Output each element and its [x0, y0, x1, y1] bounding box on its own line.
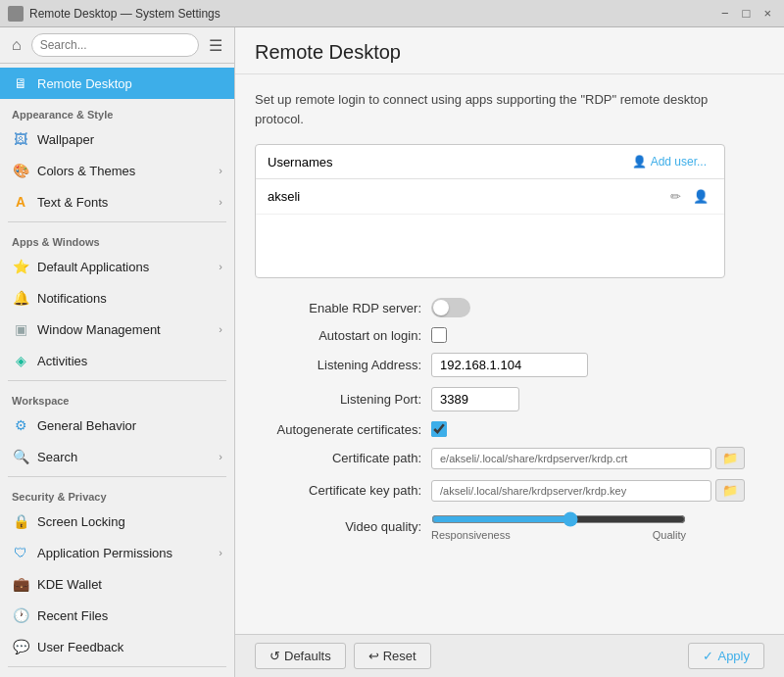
recent-files-icon: 🕐	[12, 606, 29, 624]
add-user-label: Add user...	[651, 155, 707, 169]
sidebar-item-label: Search	[37, 450, 211, 464]
activities-icon: ◈	[12, 352, 29, 369]
usernames-header: Usernames 👤 Add user...	[256, 145, 724, 179]
minimize-button[interactable]: −	[716, 5, 734, 22]
autogenerate-cert-row: Autogenerate certificates:	[255, 421, 745, 437]
toggle-knob	[433, 300, 449, 315]
sidebar-item-screen-locking[interactable]: 🔒 Screen Locking	[0, 506, 234, 537]
table-row: akseli ✏ 👤	[256, 179, 724, 215]
video-quality-slider-wrapper: Responsiveness Quality	[431, 511, 745, 541]
listening-port-input[interactable]	[431, 387, 519, 411]
sidebar-item-activities[interactable]: ◈ Activities	[0, 345, 234, 376]
sidebar-item-window-management[interactable]: ▣ Window Management ›	[0, 314, 234, 345]
add-user-icon: 👤	[632, 155, 647, 169]
sidebar-item-wallpaper[interactable]: 🖼 Wallpaper	[0, 123, 234, 155]
enable-rdp-toggle-wrapper	[431, 298, 745, 317]
video-quality-slider[interactable]	[431, 511, 686, 527]
cert-key-path-browse-button[interactable]: 📁	[715, 479, 745, 502]
autogenerate-cert-checkbox[interactable]	[431, 421, 447, 437]
cert-path-row: Certificate path: 📁	[255, 447, 745, 469]
section-header-apps-windows: Apps & Windows	[0, 226, 234, 251]
slider-labels: Responsiveness Quality	[431, 529, 686, 541]
page-title: Remote Desktop	[255, 41, 401, 63]
title-bar-app-icon	[8, 6, 24, 22]
screen-locking-icon: 🔒	[12, 512, 29, 530]
autostart-checkbox-wrapper	[431, 327, 745, 343]
defaults-button[interactable]: ↺ Defaults	[255, 643, 346, 669]
search-input[interactable]	[31, 33, 199, 57]
edit-user-button[interactable]: ✏	[666, 187, 685, 206]
slider-min-label: Responsiveness	[431, 529, 511, 541]
apply-label: Apply	[717, 649, 750, 663]
sidebar-item-label: Screen Locking	[37, 514, 222, 529]
search-icon: 🔍	[12, 448, 29, 465]
window-management-icon: ▣	[12, 320, 29, 338]
title-bar-title: Remote Desktop — System Settings	[29, 7, 220, 21]
sidebar-item-label: Remote Desktop	[37, 76, 222, 91]
close-button[interactable]: ×	[759, 5, 776, 22]
sidebar-item-label: Colors & Themes	[37, 164, 211, 178]
username-text: akseli	[268, 189, 659, 204]
enable-rdp-toggle[interactable]	[431, 298, 470, 317]
cert-path-input[interactable]	[431, 448, 711, 469]
cert-path-browse-button[interactable]: 📁	[715, 447, 745, 469]
content-body: Set up remote login to connect using app…	[235, 74, 784, 634]
main-layout: ⌂ ☰ 🖥 Remote Desktop Appearance & Style …	[0, 27, 784, 677]
colors-themes-icon: 🎨	[12, 162, 29, 179]
listening-port-label: Listening Port:	[255, 392, 421, 407]
sidebar-divider	[8, 476, 226, 477]
sidebar-item-search[interactable]: 🔍 Search ›	[0, 441, 234, 472]
sidebar-item-label: Window Management	[37, 322, 211, 337]
usernames-list: akseli ✏ 👤	[256, 179, 724, 277]
sidebar-item-label: Activities	[37, 354, 222, 368]
restore-button[interactable]: □	[738, 5, 756, 22]
remote-desktop-icon: 🖥	[12, 74, 29, 92]
home-button[interactable]: ⌂	[8, 34, 25, 56]
sidebar-item-label: Wallpaper	[37, 132, 222, 147]
listening-address-row: Listening Address:	[255, 353, 745, 377]
sidebar-item-user-feedback[interactable]: 💬 User Feedback	[0, 631, 234, 662]
defaults-label: Defaults	[284, 649, 331, 663]
section-header-security: Security & Privacy	[0, 481, 234, 506]
section-header-workspace: Workspace	[0, 385, 234, 410]
footer-left: ↺ Defaults ↩ Reset	[255, 643, 431, 669]
hamburger-button[interactable]: ☰	[205, 34, 226, 57]
sidebar-item-text-fonts[interactable]: A Text & Fonts ›	[0, 186, 234, 218]
listening-address-input[interactable]	[431, 353, 588, 377]
reset-icon: ↩	[368, 649, 379, 663]
sidebar-item-remote-desktop[interactable]: 🖥 Remote Desktop	[0, 68, 234, 99]
apply-button[interactable]: ✓ Apply	[688, 643, 764, 669]
add-user-button[interactable]: 👤 Add user...	[626, 153, 712, 170]
section-header-language: Language & Time	[0, 671, 234, 677]
sidebar-item-default-apps[interactable]: ⭐ Default Applications ›	[0, 251, 234, 282]
sidebar-item-label: Text & Fonts	[37, 195, 211, 210]
reset-button[interactable]: ↩ Reset	[354, 643, 431, 669]
usernames-panel: Usernames 👤 Add user... akseli ✏ 👤	[255, 144, 725, 278]
reset-label: Reset	[383, 649, 416, 663]
autogenerate-cert-wrapper	[431, 421, 745, 437]
sidebar-item-label: Application Permissions	[37, 546, 211, 560]
chevron-icon: ›	[219, 261, 222, 272]
listening-port-row: Listening Port:	[255, 387, 745, 411]
enable-rdp-label: Enable RDP server:	[255, 301, 421, 315]
general-behavior-icon: ⚙	[12, 416, 29, 434]
sidebar-item-general-behavior[interactable]: ⚙ General Behavior	[0, 410, 234, 441]
title-bar-left: Remote Desktop — System Settings	[8, 6, 220, 22]
sidebar-item-app-permissions[interactable]: 🛡 Application Permissions ›	[0, 537, 234, 568]
cert-key-path-label: Certificate key path:	[255, 483, 421, 498]
sidebar-item-notifications[interactable]: 🔔 Notifications	[0, 282, 234, 314]
cert-key-path-input[interactable]	[431, 480, 711, 502]
autostart-row: Autostart on login:	[255, 327, 745, 343]
sidebar-item-label: Default Applications	[37, 260, 211, 274]
listening-address-label: Listening Address:	[255, 358, 421, 372]
sidebar-item-colors-themes[interactable]: 🎨 Colors & Themes ›	[0, 155, 234, 186]
notifications-icon: 🔔	[12, 289, 29, 307]
enable-rdp-row: Enable RDP server:	[255, 298, 745, 317]
chevron-icon: ›	[219, 323, 222, 335]
sidebar-item-recent-files[interactable]: 🕐 Recent Files	[0, 600, 234, 631]
content-area: Remote Desktop Set up remote login to co…	[235, 27, 784, 677]
listening-port-value	[431, 387, 745, 411]
remove-user-button[interactable]: 👤	[689, 187, 712, 206]
autostart-checkbox[interactable]	[431, 327, 447, 343]
sidebar-item-kde-wallet[interactable]: 💼 KDE Wallet	[0, 568, 234, 600]
